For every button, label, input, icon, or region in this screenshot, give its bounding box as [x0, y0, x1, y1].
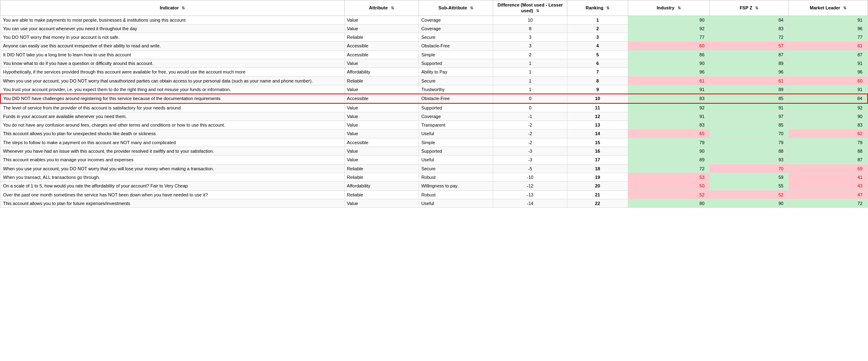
- cell-fspz: 70: [710, 164, 789, 173]
- cell-subattribute: Trustworthy: [418, 85, 493, 94]
- cell-attribute: Value: [344, 199, 418, 207]
- cell-ranking: 11: [567, 103, 628, 112]
- cell-subattribute: Useful: [418, 129, 493, 138]
- cell-difference: 1: [493, 68, 567, 76]
- cell-ranking: 20: [567, 182, 628, 190]
- cell-attribute: Reliable: [344, 173, 418, 181]
- table-row: This account allows you to plan for unex…: [0, 129, 868, 138]
- cell-subattribute: Robust: [418, 190, 493, 199]
- cell-market-leader: 91: [788, 59, 868, 68]
- cell-indicator: You know what to do if you have a questi…: [0, 59, 344, 68]
- cell-subattribute: Supported: [418, 59, 493, 68]
- filter-icon-market-leader[interactable]: ⇅: [843, 5, 846, 11]
- cell-market-leader: 41: [788, 173, 868, 181]
- filter-icon-fspz[interactable]: ⇅: [755, 5, 758, 11]
- cell-subattribute: Obstacle-Free: [418, 42, 493, 50]
- table-row: On a scale of 1 to 5, how would you rate…: [0, 182, 868, 190]
- cell-fspz: 84: [710, 16, 789, 24]
- cell-indicator: When you use your account, you DO NOT wo…: [0, 76, 344, 85]
- cell-industry: 86: [628, 50, 710, 59]
- cell-subattribute: Supported: [418, 103, 493, 112]
- filter-icon-industry[interactable]: ⇅: [678, 5, 681, 11]
- cell-attribute: Value: [344, 103, 418, 112]
- cell-market-leader: 69: [788, 164, 868, 173]
- table-row: You know what to do if you have a questi…: [0, 59, 868, 68]
- cell-difference: 3: [493, 33, 567, 42]
- cell-ranking: 17: [567, 156, 628, 164]
- header-fspz: FSP Z ⇅: [710, 0, 789, 16]
- cell-difference: -2: [493, 138, 567, 147]
- cell-attribute: Value: [344, 16, 418, 24]
- cell-market-leader: 91: [788, 85, 868, 94]
- cell-market-leader: 47: [788, 190, 868, 199]
- cell-industry: 65: [628, 129, 710, 138]
- cell-market-leader: 61: [788, 42, 868, 50]
- table-row: The steps to follow to make a payment on…: [0, 138, 868, 147]
- table-row: When you use your account, you DO NOT wo…: [0, 164, 868, 173]
- cell-industry: 50: [628, 182, 710, 190]
- table-row: You can use your account whenever you ne…: [0, 24, 868, 33]
- cell-fspz: 83: [710, 24, 789, 33]
- cell-attribute: Accessible: [344, 42, 418, 50]
- filter-icon-indicator[interactable]: ⇅: [182, 5, 185, 11]
- cell-ranking: 12: [567, 112, 628, 120]
- cell-difference: 1: [493, 59, 567, 68]
- cell-difference: -3: [493, 147, 567, 156]
- cell-industry: 60: [628, 42, 710, 50]
- cell-industry: 79: [628, 138, 710, 147]
- cell-fspz: 90: [710, 199, 789, 207]
- filter-icon-attribute[interactable]: ⇅: [391, 5, 394, 11]
- cell-indicator: Funds in your account are available when…: [0, 112, 344, 120]
- filter-icon-ranking[interactable]: ⇅: [606, 5, 609, 11]
- cell-fspz: 89: [710, 85, 789, 94]
- cell-ranking: 9: [567, 85, 628, 94]
- cell-attribute: Reliable: [344, 164, 418, 173]
- cell-subattribute: Transparent: [418, 121, 493, 129]
- cell-industry: 61: [628, 76, 710, 85]
- cell-subattribute: Obstacle-Free: [418, 94, 493, 103]
- cell-difference: 10: [493, 16, 567, 24]
- cell-difference: -13: [493, 190, 567, 199]
- cell-subattribute: Secure: [418, 33, 493, 42]
- cell-industry: 72: [628, 164, 710, 173]
- filter-icon-subattribute[interactable]: ⇅: [470, 5, 473, 11]
- table-row: It DID NOT take you a long time to learn…: [0, 50, 868, 59]
- cell-attribute: Value: [344, 24, 418, 33]
- cell-indicator: This account enables you to manage your …: [0, 156, 344, 164]
- table-row: Anyone can easily use this account irres…: [0, 42, 868, 50]
- cell-industry: 83: [628, 121, 710, 129]
- cell-attribute: Accessible: [344, 138, 418, 147]
- cell-subattribute: Willingness to pay: [418, 182, 493, 190]
- cell-industry: 91: [628, 112, 710, 120]
- header-difference: Difference (Most used - Lesser used) ⇅: [493, 0, 567, 16]
- cell-subattribute: Coverage: [418, 16, 493, 24]
- cell-difference: -14: [493, 199, 567, 207]
- cell-difference: 0: [493, 94, 567, 103]
- cell-ranking: 6: [567, 59, 628, 68]
- cell-industry: 89: [628, 156, 710, 164]
- cell-ranking: 21: [567, 190, 628, 199]
- cell-indicator: When you transact, ALL transactions go t…: [0, 173, 344, 181]
- table-body: You are able to make payments to most pe…: [0, 16, 868, 208]
- cell-industry: 90: [628, 16, 710, 24]
- table-row: You are able to make payments to most pe…: [0, 16, 868, 24]
- cell-difference: -1: [493, 112, 567, 120]
- table-row: Over the past one month sometimes the se…: [0, 190, 868, 199]
- cell-industry: 77: [628, 33, 710, 42]
- cell-fspz: 55: [710, 182, 789, 190]
- cell-attribute: Value: [344, 129, 418, 138]
- cell-ranking: 16: [567, 147, 628, 156]
- cell-market-leader: 91: [788, 16, 868, 24]
- cell-subattribute: Simple: [418, 138, 493, 147]
- table-row: You DO NOT worry that money in your acco…: [0, 33, 868, 42]
- filter-icon-difference[interactable]: ⇅: [536, 8, 539, 13]
- cell-subattribute: Coverage: [418, 24, 493, 33]
- cell-subattribute: Coverage: [418, 112, 493, 120]
- cell-fspz: 89: [710, 59, 789, 68]
- cell-indicator: You are able to make payments to most pe…: [0, 16, 344, 24]
- cell-indicator: Hypothetically, if the services provided…: [0, 68, 344, 76]
- cell-indicator: Over the past one month sometimes the se…: [0, 190, 344, 199]
- cell-market-leader: 87: [788, 50, 868, 59]
- table-row: You trust your account provider, i.e. yo…: [0, 85, 868, 94]
- table-row: You do not have any confusion around fee…: [0, 121, 868, 129]
